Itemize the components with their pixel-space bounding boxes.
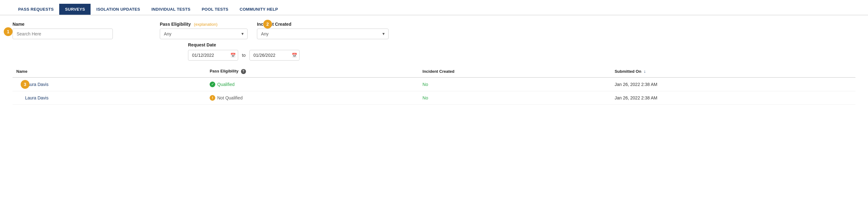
nav-pass-requests[interactable]: PASS REQUESTS: [12, 4, 59, 15]
row2-eligibility-cell: ! Not Qualified: [206, 91, 418, 105]
table-row: Laura Davis ! Not Qualified No Jan 26, 2…: [12, 91, 856, 105]
sort-down-icon: ↓: [644, 69, 646, 74]
row2-name-cell: Laura Davis: [12, 91, 206, 105]
name-filter-group: Name: [12, 22, 113, 39]
step-badge-2: 2: [263, 20, 272, 29]
nav-surveys[interactable]: SURVEYS: [59, 4, 91, 15]
row2-eligibility-status: ! Not Qualified: [210, 95, 415, 101]
row1-submitted-cell: Jan 26, 2022 2:38 AM: [611, 78, 856, 91]
date-from-wrapper: 📅: [188, 50, 238, 60]
col-submitted-label: Submitted On: [615, 69, 641, 74]
filters-wrapper: 1 2 Name Pass Eligibility (explanation) …: [0, 16, 868, 65]
row1-incident-value: No: [423, 82, 428, 87]
row1-name-cell: 3 Laura Davis: [12, 78, 206, 91]
col-pass-eligibility: Pass Eligibility ?: [206, 65, 418, 78]
row1-eligibility-cell: ✓ Qualified: [206, 78, 418, 91]
search-input[interactable]: [12, 29, 113, 39]
row1-eligibility-label: Qualified: [217, 82, 235, 87]
explanation-link[interactable]: (explanation): [194, 22, 217, 27]
row2-name-link[interactable]: Laura Davis: [25, 95, 49, 101]
date-range-row: 📅 to 📅: [188, 50, 856, 60]
col-eligibility-label: Pass Eligibility: [210, 69, 239, 74]
col-name: Name: [12, 65, 206, 78]
table-section: Name Pass Eligibility ? Incident Created…: [0, 65, 868, 105]
col-incident-created: Incident Created: [418, 65, 611, 78]
table-wrapper: Name Pass Eligibility ? Incident Created…: [12, 65, 856, 105]
row2-submitted-value: Jan 26, 2022 2:38 AM: [615, 95, 657, 101]
pass-eligibility-filter-group: Pass Eligibility (explanation) Any Quali…: [160, 22, 248, 39]
row2-eligibility-label: Not Qualified: [217, 95, 243, 101]
row2-incident-value: No: [423, 95, 428, 101]
date-from-input[interactable]: [188, 50, 238, 60]
nav-pool-tests[interactable]: POOL TESTS: [196, 4, 234, 15]
row2-incident-cell: No: [418, 91, 611, 105]
pass-eligibility-select[interactable]: Any Qualified Not Qualified: [160, 29, 248, 39]
request-date-label: Request Date: [188, 43, 856, 47]
date-separator: to: [241, 53, 247, 58]
step-badge-1: 1: [4, 27, 12, 36]
date-to-input[interactable]: [249, 50, 300, 60]
navigation: PASS REQUESTS SURVEYS ISOLATION UPDATES …: [0, 0, 868, 16]
row1-submitted-value: Jan 26, 2022 2:38 AM: [615, 82, 657, 87]
row1-incident-cell: No: [418, 78, 611, 91]
table-body: 3 Laura Davis ✓ Qualified No Jan 26, 202…: [12, 78, 856, 105]
col-submitted-on[interactable]: Submitted On ↓: [611, 65, 856, 78]
pass-eligibility-select-wrapper: Any Qualified Not Qualified ▼: [160, 29, 248, 39]
incident-created-label: Incident Created: [257, 22, 389, 27]
incident-created-select[interactable]: Any Yes No: [257, 29, 389, 39]
table-row: 3 Laura Davis ✓ Qualified No Jan 26, 202…: [12, 78, 856, 91]
request-date-section: Request Date 📅 to 📅: [0, 43, 868, 65]
filters-section: Name Pass Eligibility (explanation) Any …: [0, 16, 868, 43]
date-to-wrapper: 📅: [249, 50, 300, 60]
qualified-icon: ✓: [210, 82, 215, 87]
nav-community-help[interactable]: COMMUNITY HELP: [234, 4, 284, 15]
nav-isolation-updates[interactable]: ISOLATION UPDATES: [91, 4, 146, 15]
step-badge-3: 3: [21, 80, 29, 89]
table-header: Name Pass Eligibility ? Incident Created…: [12, 65, 856, 78]
nav-individual-tests[interactable]: INDIVIDUAL TESTS: [146, 4, 196, 15]
results-table: Name Pass Eligibility ? Incident Created…: [12, 65, 856, 105]
pass-eligibility-label: Pass Eligibility: [160, 22, 191, 27]
col-name-label: Name: [16, 69, 27, 74]
eligibility-help-icon[interactable]: ?: [241, 69, 246, 74]
pass-eligibility-label-row: Pass Eligibility (explanation): [160, 22, 248, 27]
name-filter-label: Name: [12, 22, 113, 27]
not-qualified-icon: !: [210, 95, 215, 101]
col-incident-label: Incident Created: [423, 69, 454, 74]
row1-eligibility-status: ✓ Qualified: [210, 82, 415, 87]
incident-created-select-wrapper: Any Yes No ▼: [257, 29, 389, 39]
incident-created-filter-group: Incident Created Any Yes No ▼: [257, 22, 389, 39]
row2-submitted-cell: Jan 26, 2022 2:38 AM: [611, 91, 856, 105]
